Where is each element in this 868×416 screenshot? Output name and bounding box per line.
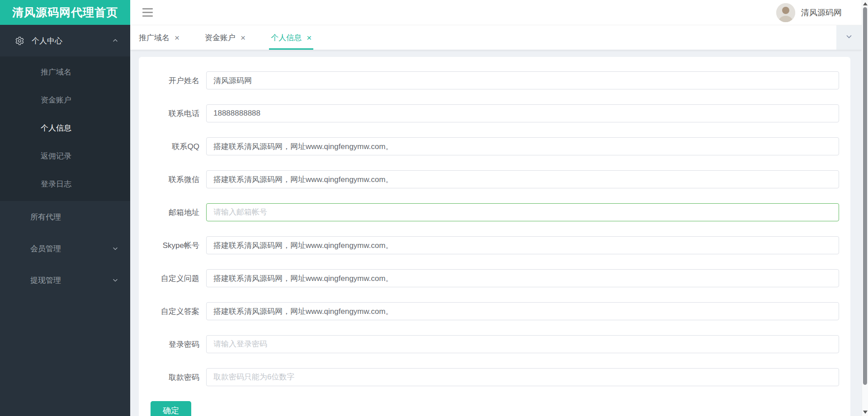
user-menu[interactable]: 清风源码网 — [776, 3, 842, 22]
field-input[interactable] — [206, 236, 839, 254]
tab-label: 资金账户 — [205, 33, 236, 43]
topbar: 清风源码网 — [130, 0, 862, 25]
sidebar: 清风源码网代理首页 个人中心 推广域名 资金账户 个人信息 返佣记录 登录日志 … — [0, 0, 130, 416]
main-area: 清风源码网 推广域名 × 资金账户 × 个人信息 × 开户姓名 联系电话 — [130, 0, 862, 416]
scrollbar-up-arrow-icon[interactable] — [863, 2, 868, 5]
form-row: 联系微信 — [139, 170, 839, 188]
field-label: 取款密码 — [139, 372, 199, 383]
sidebar-submenu-item[interactable]: 资金账户 — [0, 86, 130, 114]
field-input[interactable] — [206, 170, 839, 188]
sidebar-submenu: 推广域名 资金账户 个人信息 返佣记录 登录日志 — [0, 56, 130, 201]
tab[interactable]: 个人信息 × — [270, 25, 312, 50]
tab-close-icon[interactable]: × — [175, 33, 179, 42]
tab-label: 个人信息 — [271, 33, 302, 43]
tabs-collapse-button[interactable] — [836, 25, 862, 50]
sidebar-submenu-item[interactable]: 返佣记录 — [0, 142, 130, 170]
form-row: 联系QQ — [139, 137, 839, 155]
app-root: 清风源码网代理首页 个人中心 推广域名 资金账户 个人信息 返佣记录 登录日志 … — [0, 0, 868, 416]
sidebar-menu-item[interactable]: 提现管理 — [0, 264, 130, 296]
chevron-down-icon — [112, 277, 118, 283]
field-label: 自定义答案 — [139, 306, 199, 317]
tab-close-icon[interactable]: × — [241, 33, 245, 42]
scrollbar-thumb[interactable] — [863, 7, 867, 385]
form-row: 邮箱地址 — [139, 203, 839, 221]
field-input[interactable] — [206, 104, 839, 122]
form-row: 联系电话 — [139, 104, 839, 122]
user-avatar — [776, 3, 795, 22]
page-scrollbar[interactable] — [862, 0, 868, 416]
sidebar-submenu-item[interactable]: 登录日志 — [0, 170, 130, 198]
field-input[interactable] — [206, 71, 839, 89]
field-label: 联系QQ — [139, 141, 199, 152]
field-input[interactable] — [206, 137, 839, 155]
field-label: 邮箱地址 — [139, 207, 199, 218]
field-label: 开户姓名 — [139, 75, 199, 86]
field-input[interactable] — [206, 335, 839, 353]
sidebar-menu-item[interactable]: 所有代理 — [0, 201, 130, 233]
field-input[interactable] — [206, 269, 839, 287]
chevron-up-icon — [112, 37, 118, 44]
scrollbar-down-arrow-icon[interactable] — [863, 411, 868, 414]
sidebar-submenu-item[interactable]: 个人信息 — [0, 114, 130, 142]
field-input[interactable] — [206, 203, 839, 221]
form-row: 取款密码 — [139, 368, 839, 386]
content-area: 开户姓名 联系电话 联系QQ 联系微信 邮箱地址 Skype帐号 自定义问题 自… — [130, 50, 862, 416]
hamburger-icon[interactable] — [142, 8, 153, 17]
tab[interactable]: 推广域名 × — [138, 25, 180, 50]
gear-icon — [14, 36, 24, 46]
sidebar-submenu-item[interactable]: 推广域名 — [0, 58, 130, 86]
tab-label: 推广域名 — [139, 33, 170, 43]
form-row: 自定义答案 — [139, 302, 839, 320]
tab-bar: 推广域名 × 资金账户 × 个人信息 × — [130, 25, 862, 50]
app-logo: 清风源码网代理首页 — [0, 0, 130, 25]
field-label: 联系电话 — [139, 108, 199, 119]
sidebar-menu: 个人中心 推广域名 资金账户 个人信息 返佣记录 登录日志 所有代理 会员管理 … — [0, 25, 130, 296]
sidebar-menu-item[interactable]: 会员管理 — [0, 233, 130, 264]
profile-form-card: 开户姓名 联系电话 联系QQ 联系微信 邮箱地址 Skype帐号 自定义问题 自… — [139, 57, 850, 416]
sidebar-menu-item[interactable]: 个人中心 — [0, 25, 130, 56]
form-row: 自定义问题 — [139, 269, 839, 287]
tab-close-icon[interactable]: × — [307, 33, 311, 42]
field-input[interactable] — [206, 368, 839, 386]
submit-button[interactable]: 确定 — [151, 401, 191, 416]
profile-form: 开户姓名 联系电话 联系QQ 联系微信 邮箱地址 Skype帐号 自定义问题 自… — [139, 71, 839, 386]
tabs: 推广域名 × 资金账户 × 个人信息 × — [138, 25, 336, 50]
user-name: 清风源码网 — [801, 7, 842, 18]
field-input[interactable] — [206, 302, 839, 320]
chevron-down-icon — [845, 33, 853, 42]
field-label: 登录密码 — [139, 339, 199, 350]
tab[interactable]: 资金账户 × — [204, 25, 246, 50]
field-label: 自定义问题 — [139, 273, 199, 284]
chevron-down-icon — [112, 245, 118, 252]
field-label: Skype帐号 — [139, 240, 199, 251]
form-row: 开户姓名 — [139, 71, 839, 89]
field-label: 联系微信 — [139, 174, 199, 185]
form-row: 登录密码 — [139, 335, 839, 353]
form-row: Skype帐号 — [139, 236, 839, 254]
